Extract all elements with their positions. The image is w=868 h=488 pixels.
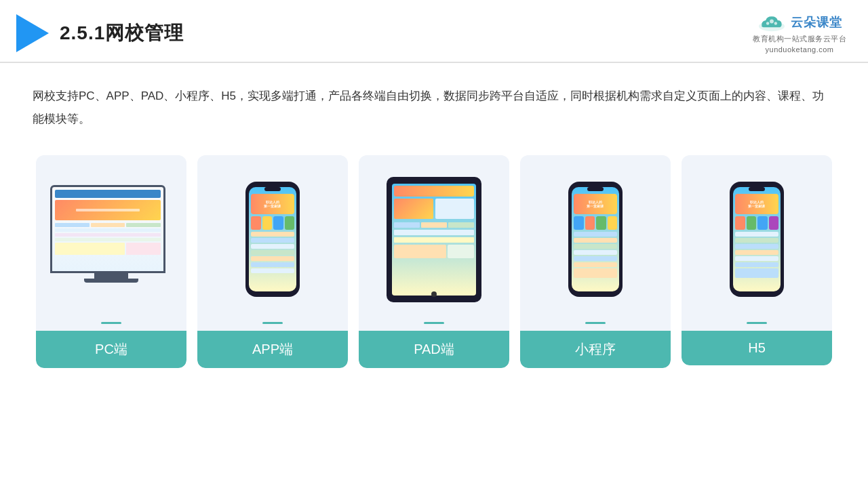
card-app: 职达人的第一堂刷课: [197, 155, 348, 368]
header-left: 2.5.1网校管理: [16, 14, 184, 52]
miniapp-phone-icon: 职达人的第一堂刷课: [568, 182, 623, 297]
app-device-display: 职达人的第一堂刷课: [205, 171, 340, 307]
h5-phone-icon: 职达人的第一堂刷课: [730, 182, 784, 297]
description-text: 网校支持PC、APP、PAD、小程序、H5，实现多端打通，产品各终端自由切换，数…: [33, 85, 835, 131]
brand-logo: 云朵课堂: [757, 12, 842, 33]
header: 2.5.1网校管理 云朵课堂 教育机构一站式服务云平台 yunduoketang…: [0, 0, 868, 63]
page-title: 2.5.1网校管理: [60, 20, 184, 46]
brand-url: yunduoketang.com: [766, 45, 834, 54]
card-pc: PC端: [36, 155, 186, 368]
svg-point-2: [770, 20, 774, 24]
main-content: 网校支持PC、APP、PAD、小程序、H5，实现多端打通，产品各终端自由切换，数…: [0, 63, 868, 384]
card-label-pad: PAD端: [359, 331, 509, 368]
card-pad: PAD端: [359, 155, 509, 368]
cloud-icon: [757, 12, 787, 33]
card-h5: 职达人的第一堂刷课: [682, 155, 832, 365]
cards-container: PC端 职达人的第一堂刷课: [33, 155, 835, 368]
miniapp-device-display: 职达人的第一堂刷课: [528, 171, 663, 307]
app-phone-icon: 职达人的第一堂刷课: [245, 182, 300, 297]
brand-name: 云朵课堂: [791, 14, 842, 30]
card-label-h5: H5: [682, 331, 832, 365]
pc-monitor-icon: [50, 185, 172, 293]
brand-section: 云朵课堂 教育机构一站式服务云平台 yunduoketang.com: [753, 12, 846, 54]
svg-point-1: [766, 22, 769, 24]
pad-tablet-icon: [387, 177, 481, 302]
card-miniapp: 职达人的第一堂刷课: [520, 155, 671, 368]
brand-tagline: 教育机构一站式服务云平台: [753, 34, 846, 44]
svg-point-3: [774, 22, 777, 24]
pad-device-display: [367, 171, 501, 307]
card-label-miniapp: 小程序: [520, 331, 671, 368]
h5-device-display: 职达人的第一堂刷课: [690, 171, 824, 307]
pc-device-display: [44, 171, 178, 307]
card-label-app: APP端: [197, 331, 348, 368]
logo-triangle-icon: [16, 14, 49, 52]
card-label-pc: PC端: [36, 331, 186, 368]
